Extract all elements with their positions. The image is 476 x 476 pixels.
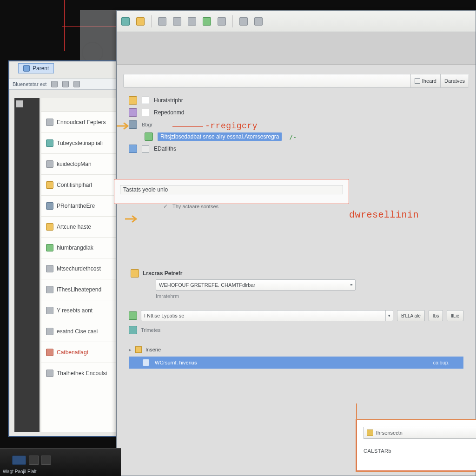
explorer-tab[interactable]: Parent bbox=[18, 63, 54, 73]
option-label: Repedonmd bbox=[154, 109, 184, 116]
instance-button[interactable]: B'LLA ale bbox=[397, 310, 425, 321]
root-label: Inserie bbox=[145, 347, 161, 352]
highlight-field[interactable]: Tastats yeole unio bbox=[120, 185, 343, 194]
breadcrumb-btn-browse[interactable]: Daratves bbox=[440, 74, 469, 87]
explorer-gutter bbox=[14, 98, 40, 432]
instance-secondary: Trimetes bbox=[129, 324, 463, 336]
checkbox[interactable] bbox=[142, 145, 149, 152]
btn-label: llLie bbox=[451, 313, 459, 318]
item-icon bbox=[46, 202, 53, 210]
disk-icon bbox=[129, 145, 137, 153]
section-header: Lrscras Petrefr bbox=[131, 267, 463, 279]
taskbar-button[interactable] bbox=[29, 456, 39, 465]
instance-button[interactable]: llLie bbox=[447, 310, 463, 321]
settings-dialog: Iheard Daratves Huratstriphr Repedonmd B… bbox=[116, 10, 476, 476]
option-label: Huratstriphr bbox=[154, 97, 183, 104]
service-tree: ▸ Inserie WCrsurnf. hiverius calbup. bbox=[129, 344, 463, 369]
folder-icon bbox=[131, 269, 139, 278]
combo-value: I Nttise Lypatis se bbox=[141, 313, 385, 318]
secondary-label: Trimetes bbox=[141, 327, 160, 333]
item-icon bbox=[46, 223, 53, 231]
popup-item-label: CALSTARb bbox=[364, 448, 391, 454]
option-row-selected[interactable]: Ritsjzibsedadbat snse airy essnal.Atomse… bbox=[129, 131, 463, 143]
breadcrumb-bar: Iheard Daratves bbox=[123, 74, 469, 88]
item-icon bbox=[46, 119, 53, 126]
taskbar-button[interactable] bbox=[41, 456, 51, 465]
globe-icon[interactable] bbox=[121, 17, 130, 26]
btn-label: Daratves bbox=[444, 78, 465, 84]
breadcrumb-field[interactable] bbox=[124, 74, 410, 87]
refresh-icon[interactable] bbox=[129, 326, 137, 334]
chevron-down-icon[interactable]: ▾ bbox=[385, 311, 393, 321]
option-sub-label: Thy actaare sontses bbox=[172, 204, 218, 209]
service-root[interactable]: ▸ Inserie bbox=[129, 344, 463, 355]
tool-icon[interactable] bbox=[62, 81, 69, 87]
service-name: WCrsurnf. hiverius bbox=[155, 360, 197, 365]
gear-icon[interactable] bbox=[218, 17, 226, 26]
gutter-handle-icon[interactable] bbox=[16, 100, 23, 107]
btn-label: B'LLA ale bbox=[401, 313, 421, 318]
taskbar-status: Wagt Paojil Elalt bbox=[3, 469, 36, 474]
dropdown-icon[interactable]: ••• bbox=[347, 283, 355, 287]
option-row[interactable]: Bbgr bbox=[129, 119, 463, 131]
doc-icon bbox=[367, 430, 373, 436]
item-icon bbox=[46, 265, 53, 272]
shield-icon bbox=[129, 96, 137, 105]
page-icon bbox=[415, 78, 420, 84]
gear-icon bbox=[129, 108, 137, 117]
popup-item-label: Ihrsensectn bbox=[376, 430, 403, 436]
btn-label: Iheard bbox=[422, 78, 436, 84]
tool-icon[interactable] bbox=[73, 81, 80, 87]
toolbar-label: Bluenetstar ext bbox=[13, 81, 46, 87]
path-suffix-icon: /- bbox=[289, 133, 297, 140]
server-icon bbox=[129, 311, 137, 320]
option-row[interactable]: EDatliths bbox=[129, 143, 463, 155]
item-icon bbox=[46, 286, 53, 293]
folder-icon[interactable] bbox=[158, 17, 166, 26]
popup-item[interactable]: CALSTARb bbox=[364, 448, 476, 454]
item-icon bbox=[46, 349, 53, 356]
popup-item[interactable]: Ihrsensectn bbox=[364, 427, 476, 439]
folder-path-field[interactable]: WEHOFOUF GRETREFE. CHAMTFdlrbar ••• bbox=[156, 279, 356, 291]
btn-label: Ibs bbox=[433, 313, 439, 318]
destination-folder-section: Lrscras Petrefr WEHOFOUF GRETREFE. CHAMT… bbox=[129, 267, 463, 299]
service-selected-row[interactable]: WCrsurnf. hiverius calbup. bbox=[129, 357, 463, 369]
checkbox[interactable] bbox=[142, 109, 149, 116]
option-label: Bbgr bbox=[142, 122, 152, 127]
item-icon bbox=[46, 244, 53, 251]
service-icon bbox=[143, 359, 149, 366]
section-title: Lrscras Petrefr bbox=[143, 270, 182, 277]
item-icon bbox=[46, 160, 53, 168]
highlight-text: Tastats yeole unio bbox=[123, 186, 168, 193]
context-popup: Ihrsensectn CALSTARb bbox=[357, 420, 476, 471]
dialog-toolbar bbox=[117, 11, 476, 32]
instance-button[interactable]: Ibs bbox=[429, 310, 443, 321]
page2-icon[interactable] bbox=[188, 17, 196, 26]
item-icon bbox=[46, 328, 53, 335]
folder-hint: Imratehrm bbox=[156, 291, 463, 299]
breadcrumb-btn-recent[interactable]: Iheard bbox=[410, 74, 440, 87]
option-label: EDatliths bbox=[154, 145, 176, 152]
db-icon bbox=[129, 120, 137, 129]
folder-path: WEHOFOUF GRETREFE. CHAMTFdlrbar bbox=[156, 282, 347, 288]
popup-connector bbox=[356, 403, 357, 420]
taskbar: Wagt Paojil Elalt bbox=[0, 448, 121, 476]
item-icon bbox=[46, 139, 53, 147]
service-col: calbup. bbox=[433, 360, 450, 365]
refresh-icon[interactable] bbox=[203, 17, 211, 26]
option-label-selected: Ritsjzibsedadbat snse airy essnal.Atomse… bbox=[158, 132, 282, 141]
tab-label: Parent bbox=[33, 65, 49, 72]
item-icon bbox=[46, 370, 53, 377]
taskbar-button[interactable] bbox=[12, 456, 26, 465]
page-icon[interactable] bbox=[173, 17, 181, 26]
columns2-icon[interactable] bbox=[254, 17, 263, 26]
option-row[interactable]: Huratstriphr bbox=[129, 94, 463, 106]
checkbox[interactable] bbox=[142, 97, 149, 104]
tool-icon[interactable] bbox=[51, 81, 58, 87]
columns-icon[interactable] bbox=[239, 17, 248, 26]
instance-combo[interactable]: I Nttise Lypatis se ▾ bbox=[141, 310, 393, 321]
item-icon bbox=[46, 307, 53, 314]
option-row[interactable]: Repedonmd bbox=[129, 106, 463, 119]
book-icon[interactable] bbox=[136, 17, 145, 26]
highlight-frame: Tastats yeole unio bbox=[114, 179, 349, 204]
